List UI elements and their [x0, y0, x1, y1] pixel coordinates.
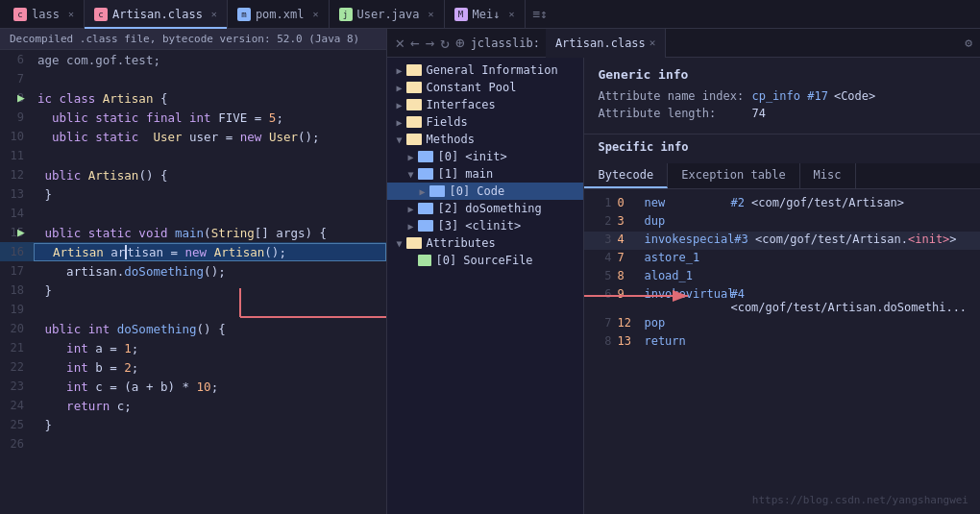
tree-folder-fields [406, 116, 422, 128]
tree-item-fields[interactable]: ▶ Fields [387, 113, 583, 131]
run-arrow-8: ▶ [17, 88, 25, 108]
line-content-16: Artisan artisan = new Artisan(); [34, 243, 386, 261]
tree-item-dosomething[interactable]: ▶ [2] doSomething [387, 200, 583, 217]
tree-panel: ▶ General Information ▶ Constant Pool ▶ … [387, 58, 584, 514]
info-value-link-0[interactable]: cp_info #17 [751, 89, 827, 103]
tab-lass[interactable]: c lass ✕ [4, 0, 85, 29]
bc-line-8: 8 13 return [584, 333, 980, 352]
tab-pom[interactable]: m pom.xml ✕ [228, 0, 330, 29]
tree-label-constantpool: Constant Pool [426, 81, 516, 94]
bc-offset-3: 4 [617, 233, 638, 246]
bc-line-4: 4 7 astore_1 [584, 250, 980, 268]
code-line-24: 24 return c; [0, 396, 386, 415]
expand-btn[interactable]: ⊕ [455, 34, 465, 52]
tree-label-general: General Information [426, 63, 557, 77]
back-btn[interactable]: ← [410, 34, 420, 52]
tab-close-user[interactable]: ✕ [429, 9, 434, 19]
line-content-23: int c = (a + b) * 10; [34, 379, 386, 394]
code-line-9: 9 ublic static final int FIVE = 5; [0, 108, 386, 127]
tree-arrow-attributes: ▼ [391, 238, 406, 249]
main-layout: Decompiled .class file, bytecode version… [0, 29, 980, 514]
line-num-13: 13 [0, 187, 34, 201]
generic-info-section: Generic info Attribute name index: cp_in… [584, 58, 980, 135]
tab-close-artisan[interactable]: ✕ [211, 9, 217, 19]
tree-item-constantpool[interactable]: ▶ Constant Pool [387, 79, 583, 96]
bc-linenum-3: 3 [594, 233, 611, 246]
gear-icon[interactable]: ⚙ [965, 36, 972, 50]
tree-item-methods[interactable]: ▼ Methods [387, 131, 583, 148]
tab-icon-mei: M [454, 8, 468, 21]
decompiled-banner: Decompiled .class file, bytecode version… [0, 29, 386, 50]
line-content-14 [34, 207, 386, 221]
refresh-btn[interactable]: ↻ [440, 34, 450, 52]
tree-item-clinit[interactable]: ▶ [3] <clinit> [387, 217, 583, 234]
tree-item-code[interactable]: ▶ [0] Code [387, 183, 583, 200]
info-label-0: Attribute name index: [598, 89, 751, 103]
code-line-20: 20 ublic int doSomething() { [0, 319, 386, 338]
tab-overflow[interactable]: ≡↕ [526, 7, 556, 21]
bc-offset-8: 13 [617, 334, 638, 348]
tree-arrow-init: ▶ [403, 152, 418, 162]
line-content-19 [34, 303, 386, 317]
tab-close-lass[interactable]: ✕ [68, 9, 74, 19]
bc-line-7: 7 12 pop [584, 315, 980, 333]
tree-item-attributes[interactable]: ▼ Attributes [387, 234, 583, 252]
bc-offset-6: 9 [617, 287, 638, 301]
info-value-1: 74 [751, 107, 765, 120]
tab-mei[interactable]: M Mei↓ ✕ [445, 0, 526, 29]
line-num-26: 26 [0, 437, 34, 451]
tab-exception[interactable]: Exception table [668, 163, 799, 188]
close-btn[interactable]: ✕ [395, 34, 404, 52]
jclasslib-tab[interactable]: Artisan.class ✕ [546, 29, 667, 58]
forward-btn[interactable]: → [426, 34, 435, 52]
code-line-11: 11 [0, 146, 386, 165]
bc-instr-7: pop [644, 316, 730, 330]
bc-linenum-4: 4 [594, 251, 611, 264]
tree-item-interfaces[interactable]: ▶ Interfaces [387, 96, 583, 113]
tree-arrow-main: ▼ [403, 169, 418, 180]
jclasslib-tab-label: Artisan.class [555, 37, 646, 50]
bc-offset-4: 7 [617, 251, 638, 264]
bc-args-1: #2 <com/gof/test/Artisan> [730, 196, 904, 209]
generic-info-title: Generic info [598, 67, 967, 82]
jclasslib-tab-close[interactable]: ✕ [649, 37, 656, 49]
tree-item-general[interactable]: ▶ General Information [387, 61, 583, 79]
tab-close-mei[interactable]: ✕ [508, 9, 514, 19]
code-line-25: 25 } [0, 415, 386, 434]
specific-info-title: Specific info [598, 140, 967, 154]
bc-linenum-7: 7 [594, 316, 611, 330]
tab-user[interactable]: j User.java ✕ [330, 0, 445, 29]
line-content-25: } [34, 418, 386, 432]
line-content-22: int b = 2; [34, 360, 386, 375]
specific-info-section: Specific info [584, 135, 980, 163]
line-num-24: 24 [0, 399, 34, 412]
bc-linenum-2: 2 [594, 214, 611, 228]
tab-close-pom[interactable]: ✕ [312, 9, 318, 19]
bc-instr-2: dup [644, 214, 730, 228]
bc-args-6: #4 <com/gof/test/Artisan.doSomethi... [730, 287, 970, 314]
line-num-10: 10 [0, 130, 34, 143]
line-content-12: ublic Artisan() { [34, 168, 386, 183]
tab-label-pom: pom.xml [256, 8, 305, 21]
tree-item-sourcefile[interactable]: [0] SourceFile [387, 252, 583, 269]
code-line-7: 7 [0, 69, 386, 88]
tab-misc[interactable]: Misc [800, 163, 856, 188]
line-num-16: 16 [0, 245, 34, 258]
line-num-9: 9 [0, 110, 34, 124]
code-area: 6 age com.gof.test; 7 8 ▶ ic class Artis… [0, 50, 386, 512]
tab-artisan[interactable]: c Artisan.class ✕ [85, 0, 228, 29]
code-panel: Decompiled .class file, bytecode version… [0, 29, 387, 514]
tree-item-main[interactable]: ▼ [1] main [387, 165, 583, 183]
tab-icon-pom: m [237, 8, 251, 21]
tree-folder-attributes [406, 237, 422, 249]
line-content-20: ublic int doSomething() { [34, 322, 386, 336]
tree-label-interfaces: Interfaces [426, 98, 495, 111]
line-num-21: 21 [0, 341, 34, 355]
tree-label-fields: Fields [426, 115, 467, 129]
tree-arrow-methods: ▼ [391, 135, 406, 145]
tab-label-artisan: Artisan.class [112, 8, 203, 21]
tab-bytecode[interactable]: Bytecode [584, 163, 668, 188]
tree-label-init: [0] <init> [437, 150, 506, 163]
bc-linenum-5: 5 [594, 269, 611, 282]
tree-item-init[interactable]: ▶ [0] <init> [387, 148, 583, 165]
